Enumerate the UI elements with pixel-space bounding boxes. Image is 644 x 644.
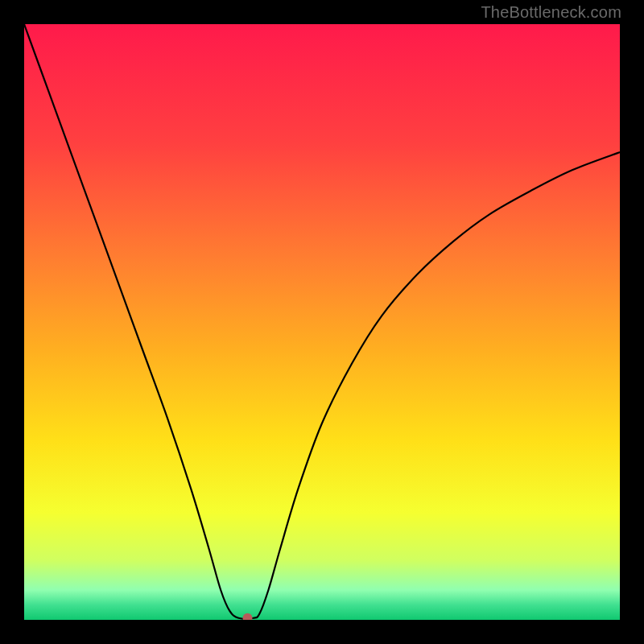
optimum-point-marker — [243, 613, 253, 620]
curve-layer — [24, 24, 620, 620]
watermark-text: TheBottleneck.com — [481, 3, 621, 22]
chart-frame: TheBottleneck.com — [0, 0, 644, 644]
plot-area — [24, 24, 620, 620]
bottleneck-curve — [24, 24, 620, 619]
